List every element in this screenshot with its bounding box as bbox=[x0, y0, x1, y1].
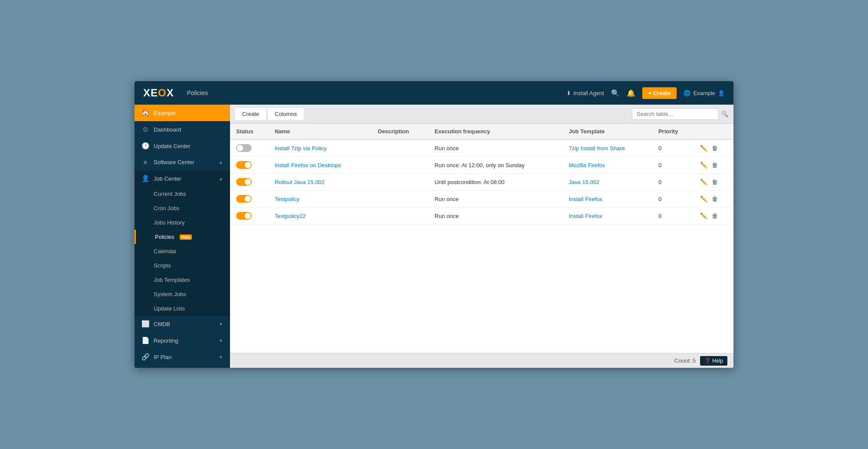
current-jobs-label: Current Jobs bbox=[154, 191, 186, 197]
toolbar: Create Columns 🔍 bbox=[230, 105, 733, 124]
description-cell bbox=[372, 139, 429, 157]
description-cell bbox=[372, 208, 429, 224]
execution-frequency-cell: Until postcondition: At 08:00 bbox=[428, 174, 562, 191]
job-template-link[interactable]: 7zip Install from Share bbox=[569, 145, 625, 152]
sidebar-item-label: Software Center bbox=[154, 159, 214, 165]
delete-icon[interactable]: 🗑 bbox=[712, 162, 718, 168]
policies-table: Status Name Description Execution freque… bbox=[230, 124, 733, 224]
delete-icon[interactable]: 🗑 bbox=[712, 145, 718, 152]
table-row: Rollout Java 15.002Until postcondition: … bbox=[230, 174, 733, 191]
sidebar-item-label: IP Plan bbox=[154, 354, 214, 360]
policy-name-link[interactable]: Install Firefox on Desktops bbox=[275, 162, 341, 168]
sidebar-item-label: Update Center bbox=[154, 143, 223, 149]
delete-icon[interactable]: 🗑 bbox=[712, 178, 718, 185]
execution-frequency-cell: Run once bbox=[428, 191, 562, 208]
status-cell bbox=[230, 157, 269, 174]
bell-icon[interactable]: 🔔 bbox=[627, 89, 635, 97]
sidebar-item-update-lists[interactable]: Update Lists bbox=[135, 301, 230, 316]
sidebar-item-job-templates[interactable]: Job Templates bbox=[135, 273, 230, 287]
status-toggle[interactable] bbox=[236, 161, 252, 169]
status-toggle[interactable] bbox=[236, 195, 252, 203]
edit-icon[interactable]: ✏️ bbox=[700, 145, 707, 152]
job-center-submenu: Current Jobs Cron Jobs Jobs History Poli… bbox=[135, 187, 230, 316]
clock-icon: 🕐 bbox=[141, 142, 149, 150]
search-input[interactable] bbox=[632, 108, 719, 120]
app-window: XEOX Policies ⬇ Install Agent 🔍 🔔 + Crea… bbox=[135, 81, 733, 368]
search-icon[interactable]: 🔍 bbox=[611, 89, 620, 97]
delete-icon[interactable]: 🗑 bbox=[712, 212, 718, 219]
software-center-submenu: 👤 Job Center ▲ Current Jobs Cron Jobs Jo… bbox=[135, 170, 230, 316]
actions-cell: ✏️🗑 bbox=[694, 174, 733, 191]
priority-cell: 0 bbox=[652, 191, 694, 208]
edit-icon[interactable]: ✏️ bbox=[700, 162, 707, 168]
jobs-history-label: Jobs History bbox=[154, 219, 185, 226]
help-button[interactable]: ❓ Help bbox=[700, 356, 727, 366]
sidebar-item-ip-plan[interactable]: 🔗 IP Plan ▼ bbox=[135, 349, 230, 365]
policy-name-link[interactable]: Testpolicy bbox=[275, 196, 299, 202]
cron-jobs-label: Cron Jobs bbox=[154, 205, 179, 211]
chevron-up-icon: ▲ bbox=[219, 160, 223, 165]
create-button[interactable]: + Create bbox=[642, 87, 677, 99]
status-toggle[interactable] bbox=[236, 144, 252, 152]
user-menu[interactable]: 🌐 Example 👤 bbox=[684, 90, 725, 96]
globe-icon: 🌐 bbox=[684, 90, 690, 96]
create-toolbar-button[interactable]: Create bbox=[235, 108, 266, 120]
col-header-execution-frequency: Execution frequency bbox=[428, 124, 562, 139]
sidebar-item-system-jobs[interactable]: System Jobs bbox=[135, 287, 230, 301]
sidebar-item-label: Dashboard bbox=[154, 126, 223, 133]
download-icon: ⬇ bbox=[566, 90, 571, 96]
cmdb-icon: ⬜ bbox=[141, 320, 149, 328]
name-cell: Testpolicy22 bbox=[269, 208, 372, 224]
install-agent-button[interactable]: ⬇ Install Agent bbox=[566, 90, 604, 96]
execution-frequency-cell: Run once bbox=[428, 208, 562, 224]
col-header-status: Status bbox=[230, 124, 269, 139]
beta-badge: Beta bbox=[180, 234, 192, 240]
columns-button[interactable]: Columns bbox=[268, 108, 304, 120]
policy-name-link[interactable]: Install 7zip via Policy bbox=[275, 145, 327, 152]
description-cell bbox=[372, 191, 429, 208]
search-area: 🔍 bbox=[632, 108, 728, 120]
edit-icon[interactable]: ✏️ bbox=[700, 195, 707, 202]
sidebar-item-jobs-history[interactable]: Jobs History bbox=[135, 215, 230, 230]
description-cell bbox=[372, 157, 429, 174]
sidebar-item-cmdb[interactable]: ⬜ CMDB ▼ bbox=[135, 316, 230, 332]
job-template-link[interactable]: Install Firefox bbox=[569, 196, 602, 202]
status-toggle[interactable] bbox=[236, 178, 252, 186]
sidebar-item-update-center[interactable]: 🕐 Update Center bbox=[135, 138, 230, 154]
sidebar-item-scripts[interactable]: Scripts bbox=[135, 258, 230, 273]
sidebar-item-example[interactable]: 🏠 Example bbox=[135, 105, 230, 121]
sidebar-item-calendar[interactable]: Calendar bbox=[135, 244, 230, 258]
sidebar-item-policies[interactable]: Policies Beta bbox=[135, 230, 230, 244]
sidebar-item-dashboard[interactable]: ⊙ Dashboard bbox=[135, 121, 230, 138]
nav-actions: ⬇ Install Agent 🔍 🔔 + Create 🌐 Example 👤 bbox=[566, 87, 725, 99]
sidebar-item-job-center[interactable]: 👤 Job Center ▲ bbox=[135, 170, 230, 187]
sidebar-item-application-insights[interactable]: 📋 Application Insights ▼ bbox=[135, 365, 230, 368]
sidebar-item-cron-jobs[interactable]: Cron Jobs bbox=[135, 201, 230, 215]
content-footer: Count: 5 ❓ Help bbox=[230, 353, 733, 368]
col-header-name: Name bbox=[269, 124, 372, 139]
search-icon[interactable]: 🔍 bbox=[721, 111, 728, 117]
job-center-icon: 👤 bbox=[141, 175, 149, 182]
sidebar-item-current-jobs[interactable]: Current Jobs bbox=[135, 187, 230, 201]
policy-name-link[interactable]: Testpolicy22 bbox=[275, 213, 306, 219]
ip-plan-icon: 🔗 bbox=[141, 353, 149, 361]
policy-name-link[interactable]: Rollout Java 15.002 bbox=[275, 179, 325, 185]
sidebar-item-software-center[interactable]: ≡ Software Center ▲ bbox=[135, 154, 230, 170]
delete-icon[interactable]: 🗑 bbox=[712, 195, 718, 202]
top-nav: XEOX Policies ⬇ Install Agent 🔍 🔔 + Crea… bbox=[135, 81, 733, 105]
sidebar-item-reporting[interactable]: 📄 Reporting ▼ bbox=[135, 332, 230, 349]
status-toggle[interactable] bbox=[236, 212, 252, 220]
edit-icon[interactable]: ✏️ bbox=[700, 178, 707, 185]
table-row: Testpolicy22Run onceInstall Firefox0✏️🗑 bbox=[230, 208, 733, 224]
job-template-link[interactable]: Mozilla Firefox bbox=[569, 162, 605, 168]
chevron-up-icon: ▲ bbox=[219, 176, 223, 181]
table-area: Status Name Description Execution freque… bbox=[230, 124, 733, 353]
job-template-link[interactable]: Install Firefox bbox=[569, 213, 602, 219]
actions-cell: ✏️🗑 bbox=[694, 139, 733, 157]
name-cell: Install 7zip via Policy bbox=[269, 139, 372, 157]
execution-frequency-cell: Run once: At 12:00, only on Sunday bbox=[428, 157, 562, 174]
job-template-link[interactable]: Java 15.002 bbox=[569, 179, 599, 185]
edit-icon[interactable]: ✏️ bbox=[700, 212, 707, 219]
priority-cell: 0 bbox=[652, 174, 694, 191]
list-icon: ≡ bbox=[141, 158, 149, 166]
